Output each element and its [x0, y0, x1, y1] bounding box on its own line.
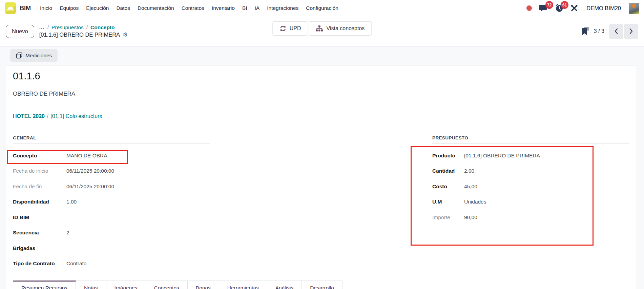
record-name: OBRERO DE PRIMERA [13, 91, 629, 97]
field-um: U.M Unidades [432, 194, 629, 210]
field-cantidad-label: Cantidad [432, 168, 464, 174]
tab-bonos[interactable]: Bonos [188, 281, 219, 289]
record-code: 01.1.6 [13, 70, 629, 82]
breadcrumb-presupuestos[interactable]: Presupuestos [51, 24, 84, 31]
field-importe-value[interactable]: 90,00 [464, 214, 477, 220]
field-costo-label: Costo [432, 184, 464, 190]
menu-item-integraciones[interactable]: Integraciones [263, 3, 302, 13]
field-id-bim-label: ID BIM [13, 214, 66, 220]
breadcrumb-concepto[interactable]: Concepto [90, 24, 115, 31]
field-tipo-contrato-value[interactable]: Contrato [66, 261, 86, 267]
field-brigadas-label: Brigadas [13, 245, 66, 251]
field-um-value[interactable]: Unidades [464, 199, 486, 205]
field-secuencia: Secuencia 2 [13, 225, 210, 241]
record-project-line: HOTEL 2020 / [01.1] Colo estructura [13, 113, 629, 120]
tab-conceptos[interactable]: Conceptos [146, 281, 188, 289]
field-cantidad: Cantidad 2,00 [432, 163, 629, 179]
menu-item-ia[interactable]: IA [251, 3, 264, 13]
field-concepto-label: Concepto [13, 153, 66, 159]
mediciones-label: Mediciones [25, 53, 52, 59]
field-importe-label: Importe [432, 214, 464, 220]
breadcrumb: ... / Presupuestos / Concepto [01.1.6] O… [39, 24, 128, 38]
field-concepto-value[interactable]: MANO DE OBRA [66, 153, 107, 159]
notebook-tabs: Resumen Recursos Notas Imágenes Concepto… [13, 281, 629, 289]
gear-icon[interactable]: ⚙ [123, 32, 128, 38]
field-disponibilidad-value[interactable]: 1,00 [66, 199, 77, 205]
upd-button-label: UPD [290, 25, 301, 32]
field-brigadas: Brigadas [13, 240, 210, 256]
tab-desarrollo[interactable]: Desarrollo [302, 281, 342, 289]
field-secuencia-label: Secuencia [13, 230, 66, 236]
menu-item-documentacion[interactable]: Documentación [134, 3, 178, 13]
top-nav-bar: BIM Inicio Equipos Ejecución Datos Docum… [0, 0, 644, 16]
chevron-left-icon [614, 28, 619, 35]
view-actions: UPD Vista conceptos [272, 21, 372, 36]
menu-item-ejecucion[interactable]: Ejecución [82, 3, 112, 13]
field-fecha-fin: Fecha de fin 06/11/2025 20:00:00 [13, 179, 210, 194]
field-tipo-contrato-label: Tipo de Contrato [13, 261, 66, 267]
bookmark-icon[interactable] [582, 27, 589, 35]
field-fecha-inicio: Fecha de inicio 06/11/2025 20:00:00 [13, 163, 210, 179]
field-tipo-contrato: Tipo de Contrato Contrato [13, 256, 210, 272]
field-um-label: U.M [432, 199, 464, 205]
pager-previous-button[interactable] [609, 24, 623, 39]
chapter-link[interactable]: [01.1] Colo estructura [50, 113, 102, 119]
field-disponibilidad-label: Disponibilidad [13, 199, 66, 205]
breadcrumb-separator: / [47, 24, 49, 31]
helmet-logo-icon [7, 5, 14, 11]
menu-item-inicio[interactable]: Inicio [36, 3, 56, 13]
upd-button[interactable]: UPD [272, 21, 308, 36]
new-button[interactable]: Nuevo [6, 25, 34, 38]
vista-conceptos-button[interactable]: Vista conceptos [309, 21, 372, 36]
presupuesto-section-title: PRESUPUESTO [432, 135, 629, 144]
breadcrumb-record-title: [01.1.6] OBRERO DE PRIMERA [39, 32, 120, 38]
field-id-bim: ID BIM [13, 210, 210, 225]
menu-item-datos[interactable]: Datos [112, 3, 134, 13]
field-costo-value[interactable]: 45,00 [464, 184, 477, 190]
tab-analisis[interactable]: Análisis [267, 281, 302, 289]
copy-pages-icon [16, 52, 22, 59]
tab-resumen-recursos[interactable]: Resumen Recursos [13, 281, 76, 289]
chevron-right-icon [629, 28, 633, 35]
field-fecha-fin-value[interactable]: 06/11/2025 20:00:00 [66, 184, 114, 190]
tab-imagenes[interactable]: Imágenes [106, 281, 146, 289]
field-fecha-inicio-label: Fecha de inicio [13, 168, 66, 174]
menu-item-inventario[interactable]: Inventario [208, 3, 238, 13]
control-panel: Nuevo ... / Presupuestos / Concepto [01.… [0, 16, 644, 46]
status-dot-icon [526, 5, 532, 11]
general-section: GENERAL Concepto MANO DE OBRA Fecha de i… [13, 135, 210, 271]
menu-item-contratos[interactable]: Contratos [178, 3, 208, 13]
pager-counter: 3 / 3 [594, 28, 604, 34]
project-separator: / [46, 113, 49, 119]
messages-button[interactable]: 72 [539, 4, 548, 12]
field-producto: Producto [01.1.6] OBRERO DE PRIMERA [432, 148, 629, 163]
mediciones-button[interactable]: Mediciones [10, 49, 58, 62]
record-sheet: 01.1.6 OBRERO DE PRIMERA HOTEL 2020 / [0… [6, 65, 636, 289]
tab-herramientas[interactable]: Herramientas [219, 281, 267, 289]
tab-notas[interactable]: Notas [76, 281, 106, 289]
general-section-title: GENERAL [13, 135, 210, 144]
field-costo: Costo 45,00 [432, 179, 629, 194]
project-link[interactable]: HOTEL 2020 [13, 113, 45, 119]
field-concepto: Concepto MANO DE OBRA [13, 148, 210, 163]
menu-item-equipos[interactable]: Equipos [56, 3, 82, 13]
app-logo[interactable] [5, 2, 16, 14]
menu-item-configuracion[interactable]: Configuración [302, 3, 342, 13]
field-producto-value[interactable]: [01.1.6] OBRERO DE PRIMERA [464, 153, 540, 159]
breadcrumb-ellipsis[interactable]: ... [39, 24, 45, 31]
activities-button[interactable]: 61 [555, 4, 563, 12]
user-avatar[interactable] [629, 3, 639, 14]
field-cantidad-value[interactable]: 2,00 [464, 168, 474, 174]
pager: 3 / 3 [582, 24, 638, 39]
menu-item-bi[interactable]: BI [238, 3, 251, 13]
app-name: BIM [20, 5, 31, 12]
topbar-right: 72 61 DEMO BIM20 [526, 3, 639, 14]
pager-next-button[interactable] [624, 24, 638, 39]
main-menu: Inicio Equipos Ejecución Datos Documenta… [36, 3, 342, 13]
sync-icon [279, 25, 286, 32]
user-menu[interactable]: DEMO BIM20 [586, 5, 621, 12]
field-fecha-inicio-value[interactable]: 06/11/2025 20:00:00 [66, 168, 114, 174]
vista-conceptos-label: Vista conceptos [327, 25, 365, 32]
tools-icon[interactable] [570, 4, 578, 12]
field-secuencia-value[interactable]: 2 [66, 230, 69, 236]
